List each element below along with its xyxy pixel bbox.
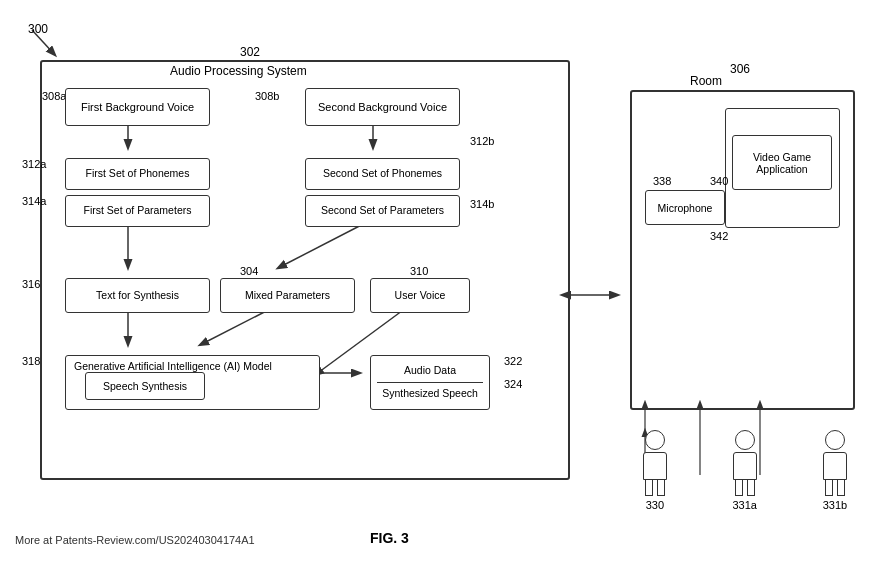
aps-title: Audio Processing System: [170, 64, 307, 78]
person-legs-331a: [735, 480, 755, 496]
person-leg-l-330: [645, 480, 653, 496]
label-316: 316: [22, 278, 40, 290]
room-label: Room: [690, 74, 722, 88]
synthesized-speech-label: Synthesized Speech: [382, 387, 478, 401]
label-304: 304: [240, 265, 258, 277]
first-background-voice-box: First Background Voice: [65, 88, 210, 126]
person-head-330: [645, 430, 665, 450]
label-318: 318: [22, 355, 40, 367]
person-body-331b: [823, 452, 847, 480]
person-leg-l-331a: [735, 480, 743, 496]
label-314b: 314b: [470, 198, 494, 210]
persons-area: 330 331a 331b: [610, 430, 880, 511]
label-306: 306: [730, 62, 750, 76]
label-308b: 308b: [255, 90, 279, 102]
person-legs-330: [645, 480, 665, 496]
label-340: 340: [710, 175, 728, 187]
person-head-331a: [735, 430, 755, 450]
microphone-box: Microphone: [645, 190, 725, 225]
label-338: 338: [653, 175, 671, 187]
text-for-synthesis-box: Text for Synthesis: [65, 278, 210, 313]
person-331a: 331a: [733, 430, 757, 511]
vga-box: Video Game Application: [732, 135, 832, 190]
user-voice-box: User Voice: [370, 278, 470, 313]
label-342: 342: [710, 230, 728, 242]
person-head-331b: [825, 430, 845, 450]
person-body-330: [643, 452, 667, 480]
audio-data-box: Audio Data Synthesized Speech: [370, 355, 490, 410]
speech-synthesis-box: Speech Synthesis: [85, 372, 205, 400]
label-312a: 312a: [22, 158, 46, 170]
label-324: 324: [504, 378, 522, 390]
fig-label: FIG. 3: [370, 530, 409, 546]
label-302: 302: [240, 45, 260, 59]
person-label-331b: 331b: [823, 499, 847, 511]
label-312b: 312b: [470, 135, 494, 147]
first-set-phonemes-box: First Set of Phonemes: [65, 158, 210, 190]
person-label-331a: 331a: [733, 499, 757, 511]
bottom-link: More at Patents-Review.com/US20240304174…: [15, 534, 255, 546]
label-322: 322: [504, 355, 522, 367]
person-body-331a: [733, 452, 757, 480]
second-set-phonemes-box: Second Set of Phonemes: [305, 158, 460, 190]
person-leg-r-330: [657, 480, 665, 496]
person-330: 330: [643, 430, 667, 511]
person-legs-331b: [825, 480, 845, 496]
person-leg-l-331b: [825, 480, 833, 496]
label-300: 300: [28, 22, 48, 36]
person-leg-r-331a: [747, 480, 755, 496]
label-310: 310: [410, 265, 428, 277]
second-set-parameters-box: Second Set of Parameters: [305, 195, 460, 227]
label-314a: 314a: [22, 195, 46, 207]
audio-data-label: Audio Data: [404, 364, 456, 378]
person-leg-r-331b: [837, 480, 845, 496]
second-background-voice-box: Second Background Voice: [305, 88, 460, 126]
person-331b: 331b: [823, 430, 847, 511]
person-label-330: 330: [646, 499, 664, 511]
first-set-parameters-box: First Set of Parameters: [65, 195, 210, 227]
mixed-parameters-box: Mixed Parameters: [220, 278, 355, 313]
label-308a: 308a: [42, 90, 66, 102]
